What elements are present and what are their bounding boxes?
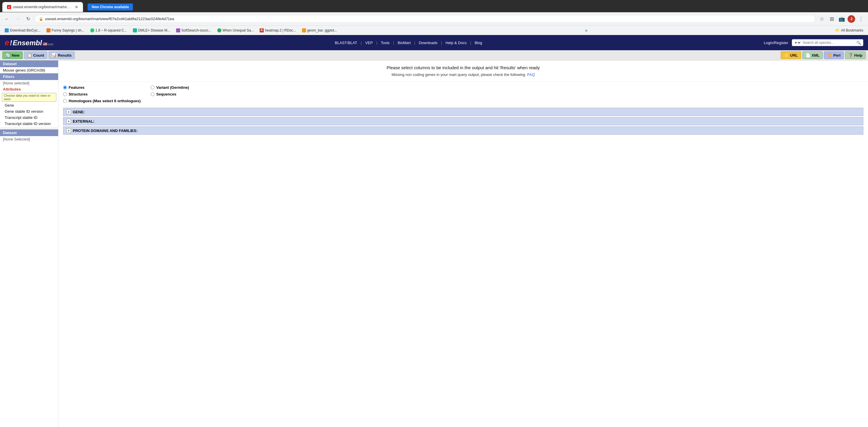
- radio-features-input[interactable]: [63, 86, 67, 89]
- bookmark-funny[interactable]: Funny Sayings | sh...: [44, 27, 87, 33]
- gene-item[interactable]: Gene: [0, 102, 58, 109]
- tab-close-icon[interactable]: ✕: [75, 5, 78, 9]
- gene-stable-id-version-item[interactable]: Gene stable ID version: [0, 109, 58, 115]
- results-button[interactable]: 📊 Results: [49, 52, 75, 59]
- xml-button[interactable]: 📄 XML: [802, 52, 823, 59]
- radio-features[interactable]: Features: [63, 85, 151, 90]
- new-label: New: [12, 53, 20, 58]
- protein-expand-icon: +: [66, 128, 71, 133]
- nav-vep[interactable]: VEP: [362, 39, 376, 46]
- filters-value[interactable]: [None selected]: [0, 80, 58, 86]
- nav-sep4: |: [414, 40, 415, 45]
- nav-downloads[interactable]: Downloads: [416, 39, 440, 46]
- cast-icon[interactable]: 📺: [838, 15, 846, 23]
- ensembl-right: Login/Register ▾ 🔍: [764, 39, 863, 46]
- back-button[interactable]: ←: [3, 15, 11, 23]
- external-expand-icon: +: [66, 119, 71, 124]
- gene-section-label: GENE:: [73, 110, 85, 114]
- url-button[interactable]: ⭐ URL: [781, 52, 801, 59]
- address-text: useast.ensembl.org/biomart/martview/f07e…: [45, 17, 174, 21]
- new-button[interactable]: 🔄 New: [2, 52, 23, 59]
- radio-features-label: Features: [69, 85, 84, 90]
- nav-tools[interactable]: Tools: [378, 39, 393, 46]
- ensembl-east-label: east: [48, 43, 54, 46]
- faq-link[interactable]: FAQ: [527, 72, 535, 77]
- bookmark-softsearch[interactable]: SoftSearch-sourc...: [174, 27, 214, 33]
- transcript-stable-id-item[interactable]: Transcript stable ID: [0, 115, 58, 121]
- new-chrome-button[interactable]: New Chrome available: [88, 3, 133, 10]
- perl-icon: 🐪: [827, 53, 832, 58]
- transcript-stable-id-version-item[interactable]: Transcript stable ID version: [0, 121, 58, 127]
- radio-homologues-label: Homologues (Max select 6 orthologues): [69, 99, 141, 103]
- dataset2-section-label: Dataset: [0, 129, 58, 136]
- help-button[interactable]: ❓ Help: [845, 52, 866, 59]
- logo-e: e: [5, 38, 9, 47]
- search-box: ▾ 🔍: [792, 39, 863, 46]
- bookmark-geombar[interactable]: geom_bar. ggplot...: [300, 27, 340, 33]
- attributes-tooltip: Choose data you want to view or save: [2, 93, 56, 102]
- radio-group: Features Variant (Germline) Structures S…: [63, 85, 863, 103]
- perl-label: Perl: [833, 53, 841, 58]
- radio-sequences-input[interactable]: [151, 92, 155, 96]
- bookmark-unequal[interactable]: When Unequal Sa...: [215, 27, 256, 33]
- dataset-value[interactable]: Mouse genes (GRCm39): [0, 67, 58, 73]
- external-section-header[interactable]: + EXTERNAL:: [63, 117, 863, 125]
- nav-helpdocs[interactable]: Help & Docs: [442, 39, 469, 46]
- forward-button[interactable]: →: [13, 15, 22, 23]
- radio-variant-input[interactable]: [151, 86, 155, 89]
- bookmark-heatmap[interactable]: R heatmap.2 | RDoc...: [257, 27, 299, 33]
- nav-blog[interactable]: Blog: [472, 39, 485, 46]
- bookmarks-more-icon[interactable]: »: [585, 28, 588, 33]
- radio-structures-input[interactable]: [63, 92, 67, 96]
- bookmark-rsquared[interactable]: 1.8 – R-squared C...: [88, 27, 129, 33]
- bookmark-heatmap-favicon: R: [260, 28, 264, 32]
- nav-blast[interactable]: BLAST/BLAT: [332, 39, 360, 46]
- menu-icon[interactable]: ⋮: [857, 15, 865, 23]
- species-select[interactable]: ▾: [794, 40, 801, 45]
- sidebar: Dataset Mouse genes (GRCm39) Filters [No…: [0, 60, 58, 427]
- perl-button[interactable]: 🐪 Perl: [824, 52, 844, 59]
- all-bookmarks[interactable]: 📁 All Bookmarks: [833, 27, 866, 33]
- reload-button[interactable]: ↻: [24, 15, 32, 23]
- search-submit-button[interactable]: 🔍: [856, 40, 861, 45]
- dataset2-value[interactable]: [None Selected]: [0, 136, 58, 142]
- bookmark-biocyc[interactable]: Download BioCyc...: [2, 27, 43, 33]
- login-register-link[interactable]: Login/Register: [764, 40, 788, 45]
- protein-section-header[interactable]: + PROTEIN DOMAINS AND FAMILIES:: [63, 127, 863, 134]
- ensembl-logo-area: e ! Ensembl 🇺🇸 east: [5, 38, 54, 47]
- navigation-bar: ← → ↻ 🔒 useast.ensembl.org/biomart/martv…: [0, 12, 868, 26]
- address-bar[interactable]: 🔒 useast.ensembl.org/biomart/martview/f0…: [34, 15, 815, 23]
- radio-structures[interactable]: Structures: [63, 92, 151, 96]
- active-tab[interactable]: e useast.ensembl.org/biomart/martview/f0…: [2, 2, 83, 12]
- protein-section-label: PROTEIN DOMAINS AND FAMILIES:: [73, 128, 137, 133]
- attributes-link[interactable]: Attributes: [0, 86, 58, 92]
- ensembl-logo[interactable]: e ! Ensembl 🇺🇸 east: [5, 38, 54, 47]
- protein-section: + PROTEIN DOMAINS AND FAMILIES:: [63, 126, 863, 135]
- radio-homologues[interactable]: Homologues (Max select 6 orthologues): [63, 99, 863, 103]
- logo-nsembl: !: [10, 39, 12, 47]
- count-button[interactable]: 📋 Count: [24, 52, 48, 59]
- nav-sep6: |: [470, 40, 471, 45]
- radio-homologues-input[interactable]: [63, 99, 67, 103]
- main-layout: Dataset Mouse genes (GRCm39) Filters [No…: [0, 60, 868, 427]
- radio-sequences[interactable]: Sequences: [151, 92, 863, 96]
- biomart-toolbar: 🔄 New 📋 Count 📊 Results ⭐ URL 📄 XML 🐪 Pe…: [0, 50, 868, 60]
- content-header: Please select columns to be included in …: [58, 60, 868, 82]
- ensembl-flag: 🇺🇸: [43, 42, 47, 46]
- star-icon[interactable]: ☆: [818, 15, 826, 23]
- radio-variant[interactable]: Variant (Germline): [151, 85, 863, 90]
- content-subheading: Missing non coding genes in your mart qu…: [63, 72, 863, 77]
- tab-bar: e useast.ensembl.org/biomart/martview/f0…: [0, 0, 868, 12]
- gene-section-header[interactable]: + GENE:: [63, 108, 863, 116]
- nav-biomart[interactable]: BioMart: [395, 39, 414, 46]
- tab-favicon: e: [7, 5, 11, 9]
- bookmark-unequal-label: When Unequal Sa...: [222, 28, 254, 32]
- bookmark-unequal-favicon: [217, 28, 221, 32]
- bookmark-softsearch-label: SoftSearch-sourc...: [181, 28, 212, 32]
- species-search-input[interactable]: [803, 40, 855, 45]
- tab-grid-icon[interactable]: ⊞: [828, 15, 836, 23]
- bookmark-favicon: [5, 28, 9, 32]
- user-avatar[interactable]: J: [847, 15, 855, 23]
- bookmark-dmle[interactable]: DMLE+ Disease M...: [130, 27, 173, 33]
- browser-chrome: e useast.ensembl.org/biomart/martview/f0…: [0, 0, 868, 35]
